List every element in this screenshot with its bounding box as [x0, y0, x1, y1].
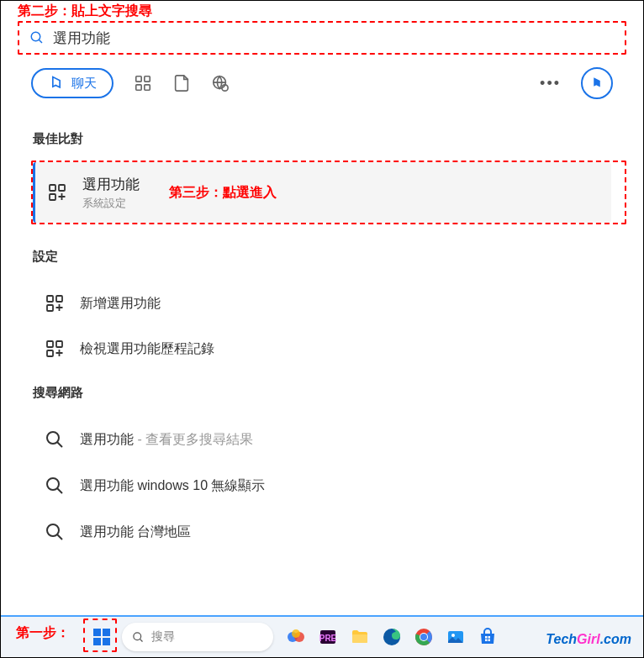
- annotation-step1: 第一步：: [16, 624, 70, 642]
- svg-rect-11: [47, 296, 53, 302]
- svg-point-19: [47, 478, 59, 490]
- annotation-step3: 第三步：點選進入: [169, 184, 277, 202]
- settings-item-label: 新增選用功能: [80, 295, 161, 313]
- svg-rect-45: [485, 640, 488, 642]
- svg-line-28: [140, 639, 142, 641]
- svg-point-31: [292, 629, 300, 638]
- web-result-label: 選用功能 windows 10 無線顯示: [80, 477, 266, 495]
- svg-line-18: [57, 442, 62, 447]
- filter-tabs: 聊天 •••: [31, 66, 613, 100]
- features-icon: [45, 293, 65, 313]
- annotation-step2: 第二步：貼上文字搜尋: [18, 3, 152, 20]
- svg-rect-12: [56, 296, 62, 302]
- settings-item-add[interactable]: 新增選用功能: [33, 285, 611, 322]
- premiere-icon[interactable]: PRE: [315, 624, 340, 650]
- svg-line-20: [57, 488, 62, 493]
- web-result-2[interactable]: 選用功能 windows 10 無線顯示: [33, 467, 611, 504]
- apps-tab[interactable]: [134, 74, 152, 92]
- features-icon: [45, 339, 65, 359]
- chat-tab-label: 聊天: [71, 76, 97, 92]
- highlight-start: [83, 619, 117, 652]
- svg-rect-14: [47, 341, 53, 347]
- highlight-search: [18, 21, 626, 55]
- chat-tab[interactable]: 聊天: [31, 68, 113, 98]
- photos-icon[interactable]: [443, 624, 468, 650]
- web-tab[interactable]: [211, 74, 230, 92]
- svg-rect-16: [47, 350, 53, 356]
- watermark: TechGirl.com: [546, 632, 631, 647]
- edge-icon[interactable]: [379, 624, 404, 650]
- web-result-1[interactable]: 選用功能 - 查看更多搜尋結果: [33, 421, 611, 458]
- svg-line-22: [57, 534, 62, 540]
- web-header: 搜尋網路: [33, 385, 83, 401]
- svg-rect-46: [488, 640, 491, 642]
- settings-header: 設定: [33, 249, 58, 265]
- svg-point-27: [134, 632, 141, 640]
- taskbar-search-placeholder: 搜尋: [151, 629, 175, 645]
- globe-icon: [211, 74, 230, 92]
- web-result-label: 選用功能 台灣地區: [80, 524, 191, 541]
- more-button[interactable]: •••: [540, 75, 561, 92]
- search-icon: [132, 631, 145, 644]
- svg-point-40: [420, 634, 427, 640]
- svg-point-42: [451, 634, 455, 637]
- bing-button[interactable]: [581, 67, 613, 99]
- best-match-header: 最佳比對: [33, 131, 83, 147]
- settings-item-history[interactable]: 檢視選用功能歷程記錄: [33, 330, 611, 367]
- svg-rect-15: [56, 341, 62, 347]
- svg-rect-43: [485, 636, 488, 639]
- svg-text:PRE: PRE: [319, 634, 337, 643]
- search-icon: [45, 429, 65, 450]
- highlight-result: [31, 161, 626, 224]
- search-icon: [45, 476, 65, 496]
- svg-rect-3: [145, 76, 150, 82]
- svg-rect-34: [352, 634, 367, 643]
- svg-rect-13: [47, 305, 53, 311]
- copilot-icon[interactable]: [283, 624, 309, 650]
- svg-point-21: [47, 524, 59, 536]
- web-result-label: 選用功能 - 查看更多搜尋結果: [80, 431, 253, 449]
- taskbar-search[interactable]: 搜尋: [122, 623, 273, 651]
- svg-point-17: [47, 432, 59, 444]
- documents-tab[interactable]: [172, 74, 191, 92]
- bing-icon: [589, 76, 604, 91]
- search-icon: [45, 522, 65, 542]
- bing-chat-icon: [48, 75, 65, 92]
- explorer-icon[interactable]: [347, 624, 372, 650]
- search-panel: 第二步：貼上文字搜尋 選用功能 聊天 ••• 最佳比對 第三步：點選進入 選用功…: [1, 1, 643, 615]
- svg-rect-2: [136, 76, 141, 82]
- document-icon: [172, 74, 191, 92]
- taskbar-pinned: PRE: [283, 624, 500, 650]
- svg-rect-44: [488, 636, 491, 639]
- chrome-icon[interactable]: [411, 624, 436, 650]
- web-result-3[interactable]: 選用功能 台灣地區: [33, 513, 611, 550]
- apps-icon: [134, 74, 152, 92]
- settings-item-label: 檢視選用功能歷程記錄: [80, 340, 214, 358]
- svg-rect-5: [145, 85, 150, 90]
- svg-rect-4: [136, 85, 141, 90]
- store-icon[interactable]: [475, 624, 500, 650]
